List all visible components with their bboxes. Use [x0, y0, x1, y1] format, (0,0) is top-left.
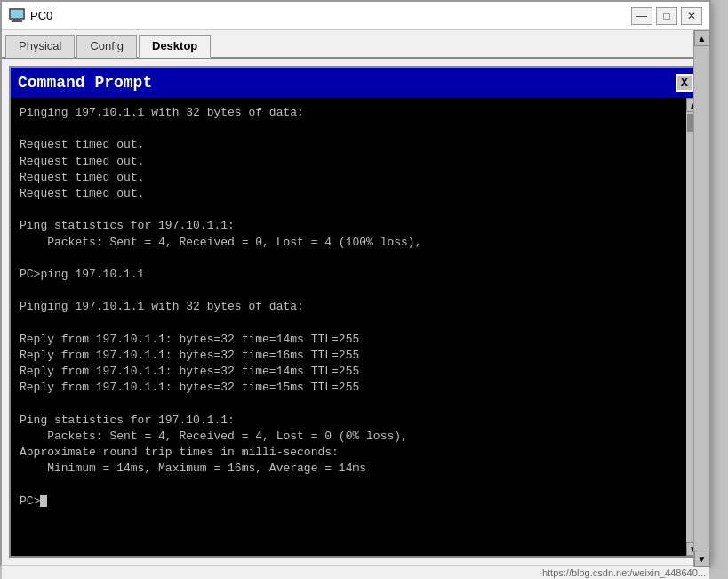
cmd-title-bar: Command Prompt X	[11, 68, 700, 98]
window-scroll-up[interactable]: ▲	[694, 30, 710, 46]
window-scroll-down[interactable]: ▼	[694, 551, 710, 567]
window-title: PC0	[30, 9, 52, 22]
tab-physical[interactable]: Physical	[5, 35, 75, 58]
svg-rect-3	[11, 10, 23, 18]
tab-content: Command Prompt X Pinging 197.10.1.1 with…	[2, 59, 709, 565]
status-url: https://blog.csdn.net/weixin_448640...	[542, 567, 706, 578]
svg-rect-1	[13, 19, 20, 20]
svg-rect-2	[12, 20, 22, 22]
title-bar-left: PC0	[9, 8, 52, 24]
tab-bar: Physical Config Desktop	[2, 30, 709, 59]
app-icon	[9, 8, 25, 24]
window-scrollbar: ▲ ▼	[693, 30, 709, 567]
cmd-output[interactable]: Pinging 197.10.1.1 with 32 bytes of data…	[11, 98, 686, 556]
tab-desktop[interactable]: Desktop	[139, 35, 211, 58]
title-buttons: — □ ✕	[631, 7, 702, 25]
command-prompt-window: Command Prompt X Pinging 197.10.1.1 with…	[9, 66, 702, 558]
maximize-button[interactable]: □	[656, 7, 677, 25]
cmd-wrapper: Pinging 197.10.1.1 with 32 bytes of data…	[11, 98, 700, 556]
cmd-close-button[interactable]: X	[676, 74, 693, 92]
title-bar: PC0 — □ ✕	[2, 2, 709, 30]
main-window: PC0 — □ ✕ Physical Config Desktop Comman…	[0, 0, 711, 565]
status-bar: https://blog.csdn.net/weixin_448640...	[2, 565, 709, 579]
tab-config[interactable]: Config	[76, 35, 137, 58]
minimize-button[interactable]: —	[631, 7, 652, 25]
cursor	[40, 495, 47, 507]
close-button[interactable]: ✕	[681, 7, 702, 25]
cmd-title-text: Command Prompt	[18, 74, 152, 92]
